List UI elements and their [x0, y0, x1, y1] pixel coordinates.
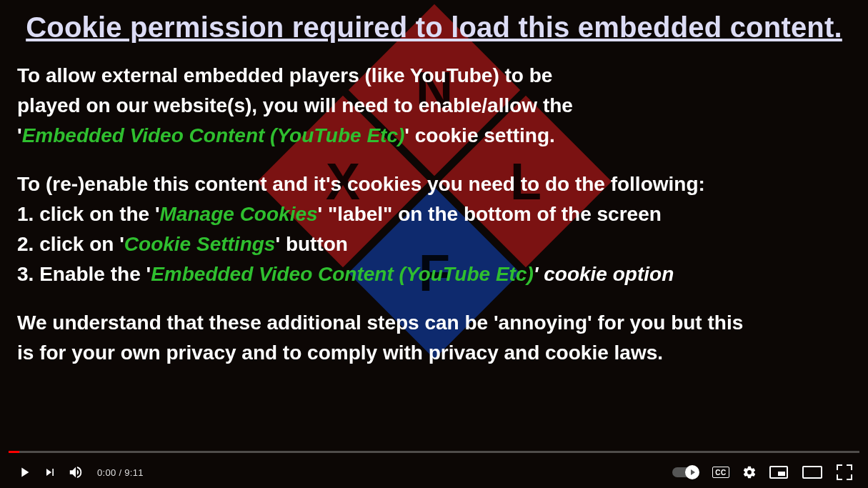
time-display: 0:00 / 9:11 — [97, 467, 144, 478]
video-player-frame: N X L F Cookie permission required to lo… — [0, 0, 868, 488]
player-controls: 0:00 / 9:11 CC — [0, 454, 868, 488]
consent-line: We understand that these additional step… — [17, 308, 851, 338]
toggle-knob — [685, 465, 699, 479]
current-time: 0:00 — [97, 467, 116, 478]
next-button[interactable] — [37, 459, 63, 485]
autoplay-toggle[interactable] — [672, 467, 698, 477]
mute-button[interactable] — [63, 459, 89, 485]
consent-title: Cookie permission required to load this … — [17, 11, 851, 44]
consent-step: 3. Enable the 'Embedded Video Content (Y… — [17, 259, 851, 289]
consent-step: 2. click on 'Cookie Settings' button — [17, 229, 851, 259]
duration: 9:11 — [124, 467, 144, 478]
theater-mode-button[interactable] — [802, 466, 822, 479]
progress-bar[interactable] — [9, 451, 859, 453]
miniplayer-button[interactable] — [769, 466, 788, 479]
play-button[interactable] — [11, 459, 37, 485]
settings-button[interactable] — [737, 459, 762, 485]
consent-step: 1. click on the 'Manage Cookies' "label"… — [17, 199, 851, 229]
consent-line: is for your own privacy and to comply wi… — [17, 338, 851, 368]
progress-fill — [9, 451, 19, 453]
next-icon — [43, 465, 57, 479]
fullscreen-button[interactable] — [837, 464, 852, 480]
consent-body: To allow external embedded players (like… — [17, 61, 851, 368]
play-icon — [16, 464, 32, 480]
consent-line: To (re-)enable this content and it's coo… — [17, 169, 851, 199]
consent-line: played on our website(s), you will need … — [17, 91, 851, 121]
volume-icon — [68, 464, 84, 480]
consent-line: 'Embedded Video Content (YouTube Etc)' c… — [17, 121, 851, 151]
gear-icon — [742, 465, 757, 479]
consent-message: Cookie permission required to load this … — [17, 11, 851, 368]
consent-line: To allow external embedded players (like… — [17, 61, 851, 91]
captions-button[interactable]: CC — [712, 467, 729, 478]
